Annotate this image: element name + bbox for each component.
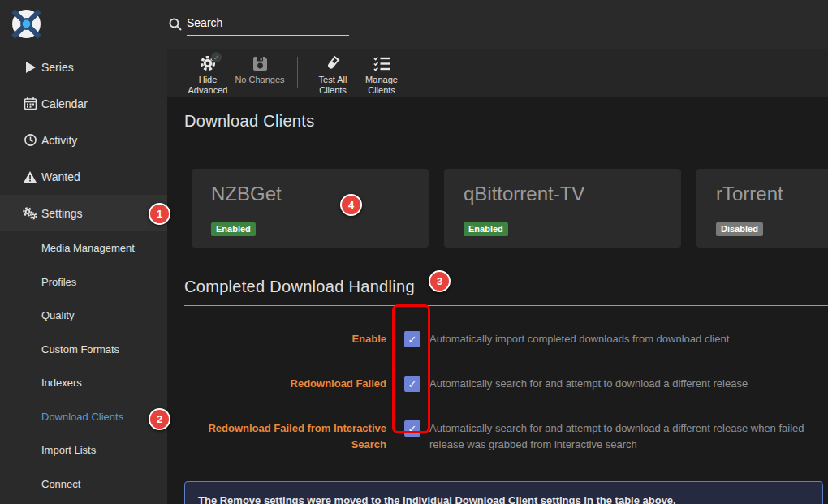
sidebar-nav: Series Calendar xyxy=(0,49,167,504)
test-tube-icon xyxy=(325,54,341,72)
search-container xyxy=(167,16,349,36)
sidebar-subitem-quality[interactable]: Quality xyxy=(0,299,167,333)
download-client-cards: NZBGet Enabled qBittorrent-TV Enabled rT… xyxy=(192,169,828,248)
sidebar-subitem-media-management[interactable]: Media Management xyxy=(0,231,167,265)
sonarr-app: Series Calendar xyxy=(0,0,828,504)
gear-check-icon: ✓ xyxy=(200,54,216,72)
sidebar-subitem-label: Profiles xyxy=(41,276,76,288)
client-card-rtorrent[interactable]: rTorrent Disabled xyxy=(696,169,828,248)
sidebar-item-activity[interactable]: Activity xyxy=(0,122,167,158)
toolbar-button-label: Manage Clients xyxy=(356,75,407,95)
sidebar-subitem-import-lists[interactable]: Import Lists xyxy=(0,433,167,467)
search-icon xyxy=(169,18,182,31)
redownload-failed-label: Redownload Failed xyxy=(184,376,386,392)
alert-text: The Remove settings were moved to the in… xyxy=(198,494,676,504)
download-clients-section-title: Download Clients xyxy=(184,112,828,140)
settings-content: Download Clients NZBGet Enabled qBittorr… xyxy=(167,97,828,504)
sidebar-subitem-label: Custom Formats xyxy=(41,343,119,355)
sidebar-item-series[interactable]: Series xyxy=(0,49,167,85)
sidebar-subitem-label: Indexers xyxy=(41,377,82,389)
annotation-badge-2: 2 xyxy=(149,408,170,430)
form-row-redownload-failed: Redownload Failed ✓ Automatically search… xyxy=(184,376,828,392)
sidebar-item-label: Activity xyxy=(41,134,77,147)
status-badge: Disabled xyxy=(716,222,763,236)
play-icon xyxy=(23,62,37,73)
sidebar-subitem-label: Connect xyxy=(41,478,80,490)
client-card-title: NZBGet xyxy=(211,183,409,205)
gears-icon xyxy=(23,207,37,220)
sidebar-subitem-download-clients[interactable]: Download Clients xyxy=(0,400,167,434)
sidebar-item-label: Calendar xyxy=(41,97,88,110)
calendar-icon xyxy=(23,97,37,110)
toolbar-separator xyxy=(297,57,298,88)
redownload-failed-interactive-help-text: Automatically search for and attempt to … xyxy=(429,420,821,453)
client-card-nzbget[interactable]: NZBGet Enabled xyxy=(192,169,429,248)
advanced-check-badge: ✓ xyxy=(211,52,222,62)
sidebar-item-label: Series xyxy=(41,61,74,74)
sidebar-item-label: Settings xyxy=(41,207,83,220)
toolbar-button-label: Hide Advanced xyxy=(182,75,234,95)
test-all-clients-button[interactable]: Test All Clients xyxy=(309,49,356,97)
sidebar-subitem-custom-formats[interactable]: Custom Formats xyxy=(0,333,167,367)
sidebar-subitem-connect[interactable]: Connect xyxy=(0,467,167,502)
sidebar-item-wanted[interactable]: Wanted xyxy=(0,158,167,195)
toolbar-button-label: Test All Clients xyxy=(309,75,356,95)
completed-download-handling-section: Completed Download Handling Enable ✓ Aut… xyxy=(184,278,828,504)
sidebar-subitem-indexers[interactable]: Indexers xyxy=(0,366,167,400)
client-card-title: qBittorrent-TV xyxy=(464,183,662,205)
sonarr-logo-icon[interactable] xyxy=(11,9,41,39)
sidebar-subitem-label: Import Lists xyxy=(41,444,96,456)
redownload-failed-help-text: Automatically search for and attempt to … xyxy=(429,376,748,392)
sidebar-item-label: Wanted xyxy=(41,170,80,183)
client-card-qbittorrent-tv[interactable]: qBittorrent-TV Enabled xyxy=(444,169,681,248)
annotation-rectangle-checkboxes xyxy=(392,304,430,433)
status-badge: Enabled xyxy=(464,222,508,236)
form-row-enable: Enable ✓ Automatically import completed … xyxy=(184,331,828,347)
annotation-badge-1: 1 xyxy=(149,203,170,225)
sidebar-subitem-label: Media Management xyxy=(41,242,135,254)
enable-label: Enable xyxy=(184,331,386,347)
completed-download-handling-form: Enable ✓ Automatically import completed … xyxy=(184,331,828,453)
toolbar-button-label: No Changes xyxy=(235,75,284,85)
annotation-badge-3: 3 xyxy=(429,270,451,292)
page-toolbar: ✓ Hide Advanced No Changes xyxy=(167,49,828,97)
annotation-badge-4: 4 xyxy=(340,194,362,216)
clock-icon xyxy=(23,134,37,146)
status-badge: Enabled xyxy=(211,222,256,236)
client-card-title: rTorrent xyxy=(716,183,828,205)
checklist-icon xyxy=(373,54,390,72)
download-clients-section: Download Clients NZBGet Enabled qBittorr… xyxy=(184,112,828,248)
completed-download-handling-title: Completed Download Handling xyxy=(184,278,828,306)
sidebar-item-settings[interactable]: Settings xyxy=(0,195,167,231)
header-bar xyxy=(0,0,828,49)
sidebar-subitem-profiles[interactable]: Profiles xyxy=(0,265,167,299)
sidebar-subitem-label: Quality xyxy=(41,309,74,321)
sidebar-subitem-label: Download Clients xyxy=(41,411,123,423)
warning-icon xyxy=(23,171,37,183)
hide-advanced-button[interactable]: ✓ Hide Advanced xyxy=(182,49,234,97)
no-changes-save-button[interactable]: No Changes xyxy=(234,49,286,97)
save-icon xyxy=(252,54,268,72)
enable-help-text: Automatically import completed downloads… xyxy=(429,331,729,347)
sidebar-item-calendar[interactable]: Calendar xyxy=(0,85,167,122)
redownload-failed-interactive-label: Redownload Failed from Interactive Searc… xyxy=(184,420,386,453)
manage-clients-button[interactable]: Manage Clients xyxy=(356,49,407,97)
form-row-redownload-failed-interactive: Redownload Failed from Interactive Searc… xyxy=(184,420,828,453)
remove-settings-info-alert: The Remove settings were moved to the in… xyxy=(184,481,823,504)
search-input[interactable] xyxy=(187,16,349,36)
